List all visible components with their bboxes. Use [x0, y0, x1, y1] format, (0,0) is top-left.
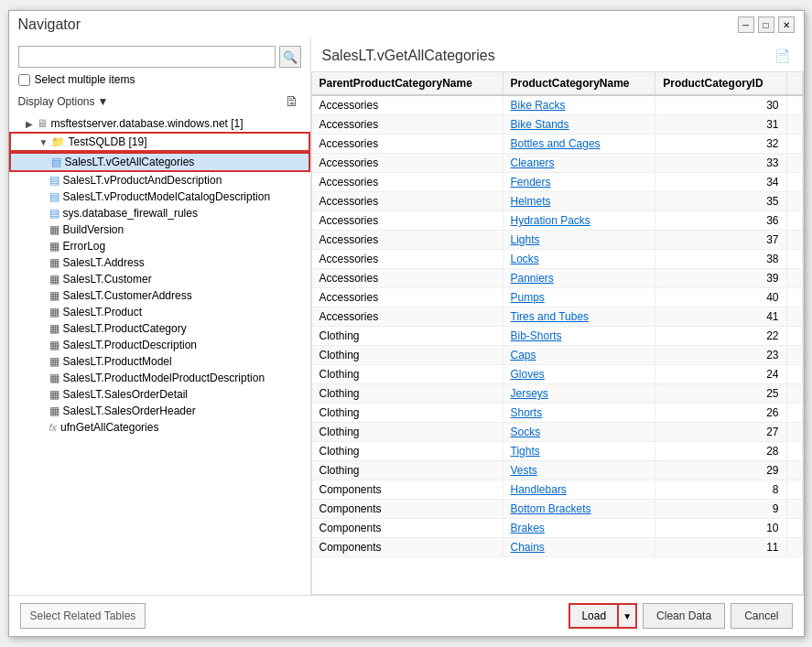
- tree-item[interactable]: ▤SalesLT.vProductModelCatalogDescription: [9, 189, 310, 205]
- tree-item[interactable]: ▦ErrorLog: [9, 238, 310, 254]
- table-row[interactable]: Accessories Lights 37: [312, 231, 803, 250]
- cell-id: 31: [655, 115, 786, 135]
- select-related-tables-button[interactable]: Select Related Tables: [20, 603, 146, 629]
- tree-item[interactable]: ▤SalesLT.vGetAllCategories: [9, 152, 310, 172]
- nav-refresh-icon-button[interactable]: 🖺: [281, 92, 301, 112]
- cell-id: 38: [655, 250, 786, 269]
- tree-item[interactable]: ▦SalesLT.ProductCategory: [9, 320, 310, 337]
- cell-name[interactable]: Bike Racks: [503, 95, 655, 115]
- tree-server-node[interactable]: ▶ 🖥 msftestserver.database.windows.net […: [9, 115, 310, 132]
- table-row[interactable]: Accessories Pumps 40: [312, 288, 803, 307]
- clean-data-button[interactable]: Clean Data: [643, 603, 725, 629]
- cell-name[interactable]: Tires and Tubes: [503, 307, 655, 327]
- table-icon: ▦: [49, 240, 60, 253]
- cell-name[interactable]: Bottom Brackets: [503, 500, 655, 519]
- table-row[interactable]: Components Handlebars 8: [312, 480, 803, 500]
- cell-parent: Components: [312, 519, 503, 538]
- table-icon: ▦: [49, 355, 60, 368]
- cell-name[interactable]: Shorts: [503, 404, 655, 423]
- cell-parent: Clothing: [312, 442, 503, 461]
- cell-name[interactable]: Bib-Shorts: [503, 327, 655, 346]
- minimize-button[interactable]: ─: [738, 16, 754, 33]
- table-row[interactable]: Clothing Tights 28: [312, 442, 803, 461]
- cell-id: 32: [655, 135, 786, 154]
- right-panel: SalesLT.vGetAllCategories 📄 ParentProduc…: [311, 38, 804, 595]
- tree-item[interactable]: ▦SalesLT.Customer: [9, 271, 310, 287]
- search-icon-button[interactable]: 🔍: [279, 46, 301, 68]
- table-row[interactable]: Clothing Vests 29: [312, 461, 803, 480]
- tree-item[interactable]: fxufnGetAllCategories: [9, 419, 310, 436]
- table-row[interactable]: Accessories Fenders 34: [312, 173, 803, 192]
- cell-name[interactable]: Vests: [503, 461, 655, 480]
- table-row[interactable]: Accessories Tires and Tubes 41: [312, 307, 803, 327]
- scrollbar-header-spacer: [786, 72, 802, 95]
- cell-parent: Accessories: [312, 231, 503, 250]
- display-options-link[interactable]: Display Options ▼: [18, 95, 109, 108]
- table-row[interactable]: Components Brakes 10: [312, 519, 803, 538]
- cell-id: 11: [655, 538, 786, 557]
- table-row[interactable]: Accessories Panniers 39: [312, 269, 803, 288]
- cell-name[interactable]: Lights: [503, 231, 655, 250]
- table-row[interactable]: Components Chains 11: [312, 538, 803, 557]
- db-node-label: TestSQLDB [19]: [69, 135, 147, 148]
- cell-id: 28: [655, 442, 786, 461]
- load-button[interactable]: Load: [568, 603, 617, 629]
- cell-name[interactable]: Cleaners: [503, 154, 655, 173]
- cell-name[interactable]: Brakes: [503, 519, 655, 538]
- view-icon: ▤: [49, 174, 60, 187]
- load-dropdown-button[interactable]: ▼: [617, 603, 637, 629]
- tree-item[interactable]: ▤sys.database_firewall_rules: [9, 205, 310, 221]
- tree-item[interactable]: ▦SalesLT.ProductModel: [9, 353, 310, 370]
- tree-item[interactable]: ▦SalesLT.ProductDescription: [9, 337, 310, 353]
- cell-name[interactable]: Chains: [503, 538, 655, 557]
- tree-item[interactable]: ▦SalesLT.SalesOrderHeader: [9, 403, 310, 419]
- table-row[interactable]: Clothing Shorts 26: [312, 404, 803, 423]
- cell-parent: Accessories: [312, 269, 503, 288]
- cell-name[interactable]: Socks: [503, 423, 655, 442]
- cell-name[interactable]: Handlebars: [503, 480, 655, 500]
- cell-name[interactable]: Caps: [503, 346, 655, 365]
- table-row[interactable]: Accessories Bottles and Cages 32: [312, 135, 803, 154]
- cell-name[interactable]: Fenders: [503, 173, 655, 192]
- cell-name[interactable]: Panniers: [503, 269, 655, 288]
- tree-item[interactable]: ▦SalesLT.ProductModelProductDescription: [9, 370, 310, 386]
- table-row[interactable]: Accessories Helmets 35: [312, 192, 803, 211]
- tree-item[interactable]: ▦SalesLT.CustomerAddress: [9, 287, 310, 304]
- tree-item-label: SalesLT.ProductModel: [63, 355, 172, 368]
- table-row[interactable]: Clothing Bib-Shorts 22: [312, 327, 803, 346]
- table-row[interactable]: Clothing Socks 27: [312, 423, 803, 442]
- db-expand-icon: ▼: [38, 136, 49, 147]
- cell-name[interactable]: Tights: [503, 442, 655, 461]
- cell-spacer: [786, 211, 802, 231]
- cell-spacer: [786, 95, 802, 115]
- tree-item[interactable]: ▦SalesLT.Product: [9, 304, 310, 320]
- table-row[interactable]: Accessories Bike Racks 30: [312, 95, 803, 115]
- cell-name[interactable]: Gloves: [503, 365, 655, 384]
- right-panel-icon-button[interactable]: 📄: [773, 46, 793, 66]
- select-multiple-checkbox[interactable]: [18, 74, 30, 86]
- table-row[interactable]: Accessories Bike Stands 31: [312, 115, 803, 135]
- table-row[interactable]: Components Bottom Brackets 9: [312, 500, 803, 519]
- cell-name[interactable]: Locks: [503, 250, 655, 269]
- table-row[interactable]: Clothing Caps 23: [312, 346, 803, 365]
- cell-name[interactable]: Bottles and Cages: [503, 135, 655, 154]
- maximize-button[interactable]: □: [758, 16, 774, 33]
- table-row[interactable]: Clothing Jerseys 25: [312, 384, 803, 404]
- table-row[interactable]: Accessories Locks 38: [312, 250, 803, 269]
- cell-name[interactable]: Jerseys: [503, 384, 655, 404]
- tree-item[interactable]: ▦SalesLT.Address: [9, 254, 310, 271]
- cell-name[interactable]: Helmets: [503, 192, 655, 211]
- table-row[interactable]: Accessories Cleaners 33: [312, 154, 803, 173]
- search-input[interactable]: [18, 46, 276, 68]
- cell-name[interactable]: Hydration Packs: [503, 211, 655, 231]
- cell-name[interactable]: Pumps: [503, 288, 655, 307]
- cell-name[interactable]: Bike Stands: [503, 115, 655, 135]
- cancel-button[interactable]: Cancel: [731, 603, 792, 629]
- tree-item[interactable]: ▦BuildVersion: [9, 221, 310, 238]
- tree-item[interactable]: ▦SalesLT.SalesOrderDetail: [9, 386, 310, 403]
- tree-db-node[interactable]: ▼ 📁 TestSQLDB [19]: [9, 132, 310, 152]
- table-row[interactable]: Accessories Hydration Packs 36: [312, 211, 803, 231]
- table-row[interactable]: Clothing Gloves 24: [312, 365, 803, 384]
- tree-item[interactable]: ▤SalesLT.vProductAndDescription: [9, 172, 310, 189]
- close-button[interactable]: ✕: [778, 16, 795, 33]
